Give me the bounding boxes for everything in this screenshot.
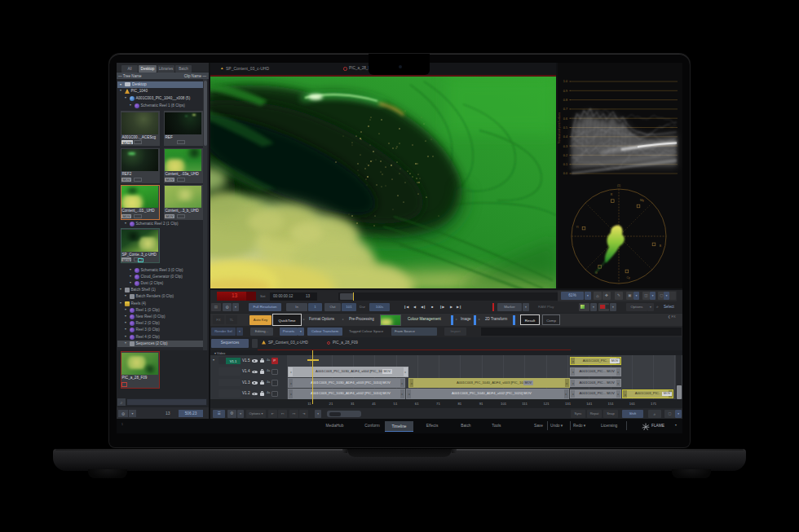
svg-text:Mg: Mg (640, 199, 644, 202)
svg-text:(1): (1) (617, 184, 620, 187)
svg-text:0.5: 0.5 (563, 126, 567, 130)
svg-text:0.0: 0.0 (563, 172, 567, 175)
svg-text:B: B (660, 244, 662, 248)
svg-text:0.8: 0.8 (563, 99, 567, 102)
svg-text:Normalized pixel values: Normalized pixel values (558, 112, 561, 143)
svg-text:1.0: 1.0 (563, 80, 567, 83)
svg-text:Yl: Yl (576, 226, 579, 229)
svg-text:0.4: 0.4 (563, 135, 567, 138)
svg-text:0.7: 0.7 (563, 108, 567, 111)
svg-text:R: R (611, 193, 613, 196)
svg-text:0.2: 0.2 (563, 154, 567, 157)
svg-text:0.6: 0.6 (563, 117, 567, 121)
svg-text:0.1: 0.1 (563, 163, 567, 166)
svg-text:0.9: 0.9 (563, 90, 567, 93)
svg-text:0.3: 0.3 (563, 145, 567, 148)
svg-text:Cy: Cy (627, 276, 630, 279)
